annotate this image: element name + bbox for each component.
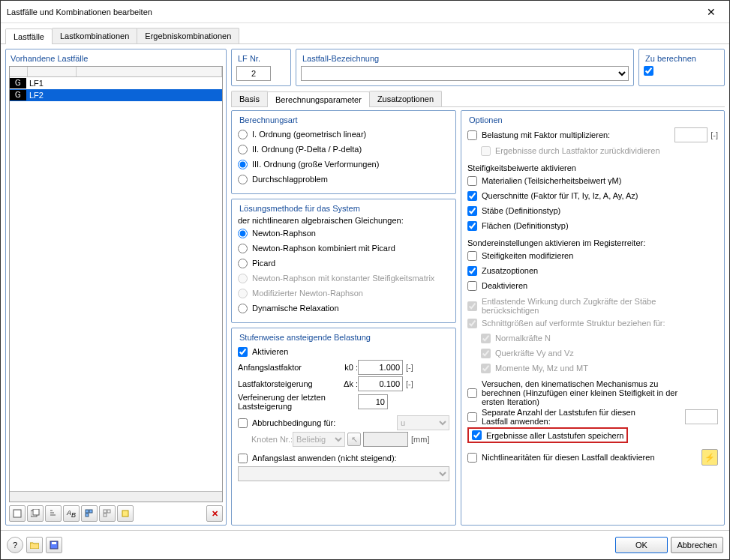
dk-unit: [-] xyxy=(406,379,413,388)
list-item[interactable]: G LF2 xyxy=(10,89,222,101)
dk-input[interactable] xyxy=(358,376,403,391)
deakt-check[interactable]: Deaktivieren xyxy=(467,281,527,291)
dk-label: Δk : xyxy=(335,379,358,388)
qk-check: Querkräfte Vy and Vz xyxy=(481,349,574,358)
op-title: Optionen xyxy=(469,115,716,124)
stab-check[interactable]: Stäbe (Definitionstyp) xyxy=(467,206,560,216)
sond-title: Sondereinstellungen aktivieren im Regist… xyxy=(467,238,718,247)
svg-rect-11 xyxy=(52,542,56,544)
cancel-button[interactable]: Abbrechen xyxy=(671,537,723,553)
kn-sel: Beliebig xyxy=(293,432,345,447)
stiff-title: Steifigkeitsbeiwerte aktivieren xyxy=(467,163,718,172)
mat-check[interactable]: Materialien (Teilsicherheitsbeiwert γM) xyxy=(467,176,621,186)
window-title: Lastfälle und Kombinationen bearbeiten xyxy=(7,7,699,16)
tab-basis[interactable]: Basis xyxy=(231,91,268,106)
mo-check: Momente My, Mz und MT xyxy=(481,364,588,373)
left-header: Vorhandene Lastfälle xyxy=(11,54,221,63)
ba-o2[interactable]: II. Ordnung (P-Delta / P-delta) xyxy=(238,145,362,154)
pick-icon: ↖ xyxy=(347,433,361,446)
svg-rect-5 xyxy=(86,514,89,517)
ba-o1[interactable]: I. Ordnung (geometrisch linear) xyxy=(238,130,366,139)
ba-title: Berechnungsart xyxy=(239,115,448,124)
fl-check[interactable]: Flächen (Definitionstyp) xyxy=(467,221,569,231)
select-all-icon[interactable] xyxy=(81,505,98,522)
bolt-icon[interactable]: ⚡ xyxy=(701,449,718,466)
nk-check: Normalkräfte N xyxy=(481,334,551,343)
badge: G xyxy=(10,90,26,100)
lm-title: Lösungsmethode für das System xyxy=(239,204,448,213)
tab-lastfaelle[interactable]: Lastfälle xyxy=(5,28,53,44)
cs-check[interactable]: Querschnitte (Faktor für IT, Iy, Iz, A, … xyxy=(467,191,638,201)
lm-m3[interactable]: Picard xyxy=(238,259,275,268)
save-icon[interactable] xyxy=(46,537,62,553)
lm-m5: Modifizierter Newton-Raphson xyxy=(238,289,363,298)
ba-o4[interactable]: Durchschlagproblem xyxy=(238,175,328,184)
help-icon[interactable]: ? xyxy=(7,537,23,553)
badge: G xyxy=(10,78,26,88)
mul-check[interactable]: Belastung mit Faktor multiplizieren: xyxy=(467,130,610,140)
sch-check: Schnittgrößen auf verformte Struktur bez… xyxy=(467,319,665,328)
st-activate[interactable]: Aktivieren xyxy=(238,347,288,357)
tab-ergebniskombinationen[interactable]: Ergebniskombinationen xyxy=(137,28,239,43)
kn-val xyxy=(363,432,408,447)
bez-combo[interactable] xyxy=(301,66,629,81)
anfangslast-check[interactable]: Anfangslast anwenden (nicht steigend): xyxy=(238,454,397,463)
tab-berechnungsparameter[interactable]: Berechnungsparameter xyxy=(267,91,370,107)
calc-title: Zu berechnen xyxy=(645,54,718,63)
st-l3: Verfeinerung der letzten Laststeigerung xyxy=(238,393,358,411)
folder-icon[interactable] xyxy=(26,537,43,553)
k0-unit: [-] xyxy=(406,363,413,372)
ba-o3[interactable]: III. Ordnung (große Verformungen) xyxy=(238,160,379,169)
lfnr-input[interactable] xyxy=(236,66,271,81)
smod-check[interactable]: Steifigkeiten modifizieren xyxy=(467,251,573,261)
highlight-box: Ergebnisse aller Laststufen speichern xyxy=(467,427,628,443)
zus-check[interactable]: Zusatzoptionen xyxy=(467,266,538,276)
lm-sub: der nichtlinearen algebraischen Gleichun… xyxy=(238,216,449,225)
sep-check[interactable]: Separate Anzahl der Laststufen für diese… xyxy=(467,408,654,426)
delete-icon[interactable]: ✕ xyxy=(206,505,223,522)
lf-label: LF2 xyxy=(26,91,222,100)
st-l2: Lastfaktorsteigerung xyxy=(238,379,335,388)
renumber-icon[interactable]: AB xyxy=(63,505,80,522)
ok-button[interactable]: OK xyxy=(615,537,668,553)
lm-m6[interactable]: Dynamische Relaxation xyxy=(238,304,339,313)
svg-rect-4 xyxy=(89,510,92,513)
scrollbar[interactable] xyxy=(10,491,222,502)
close-icon[interactable]: ✕ xyxy=(699,4,723,19)
deselect-icon[interactable] xyxy=(99,505,116,522)
kn-label: Knoten Nr.: xyxy=(251,435,293,444)
st-title: Stufenweise ansteigende Belastung xyxy=(239,333,448,342)
ent-check: Entlastende Wirkung durch Zugkräfte der … xyxy=(467,297,677,315)
lm-m1[interactable]: Newton-Raphson xyxy=(238,229,316,238)
svg-rect-8 xyxy=(104,514,107,517)
st-l1: Anfangslastfaktor xyxy=(238,363,335,372)
kin-check[interactable]: Versuchen, den kinematischen Mechanismus… xyxy=(467,379,699,406)
nl-check[interactable]: Nichtlinearitäten für diesen Lastfall de… xyxy=(467,453,655,463)
lf-label: LF1 xyxy=(26,79,222,88)
sub-tabs: Basis Berechnungsparameter Zusatzoptione… xyxy=(231,91,725,107)
k0-input[interactable] xyxy=(358,360,403,375)
tab-zusatzoptionen[interactable]: Zusatzoptionen xyxy=(369,91,442,106)
main-tabs: Lastfälle Lastkombinationen Ergebniskomb… xyxy=(1,23,729,44)
svg-rect-6 xyxy=(104,510,107,513)
refine-input[interactable] xyxy=(358,394,388,409)
abort-check[interactable]: Abbruchbedingung für: xyxy=(238,418,335,428)
svg-rect-0 xyxy=(14,510,21,517)
copy-icon[interactable] xyxy=(27,505,44,522)
list-item[interactable]: G LF1 xyxy=(10,77,222,89)
tab-lastkombinationen[interactable]: Lastkombinationen xyxy=(52,28,137,43)
mul-unit: [-] xyxy=(710,130,718,139)
kn-unit: [mm] xyxy=(411,435,429,444)
lf-list[interactable]: G LF1 G LF2 xyxy=(9,66,223,502)
erg-check[interactable]: Ergebnisse aller Laststufen speichern xyxy=(472,430,623,440)
export-icon[interactable] xyxy=(117,505,134,522)
new-icon[interactable] xyxy=(9,505,26,522)
svg-rect-9 xyxy=(122,511,128,517)
bez-title: Lastfall-Bezeichnung xyxy=(302,54,627,63)
svg-rect-3 xyxy=(86,510,89,513)
anfangslast-sel xyxy=(238,466,449,481)
calc-check[interactable] xyxy=(644,66,653,76)
lfnr-title: LF Nr. xyxy=(238,54,284,63)
lm-m2[interactable]: Newton-Raphson kombiniert mit Picard xyxy=(238,244,395,253)
sort-icon[interactable] xyxy=(45,505,62,522)
